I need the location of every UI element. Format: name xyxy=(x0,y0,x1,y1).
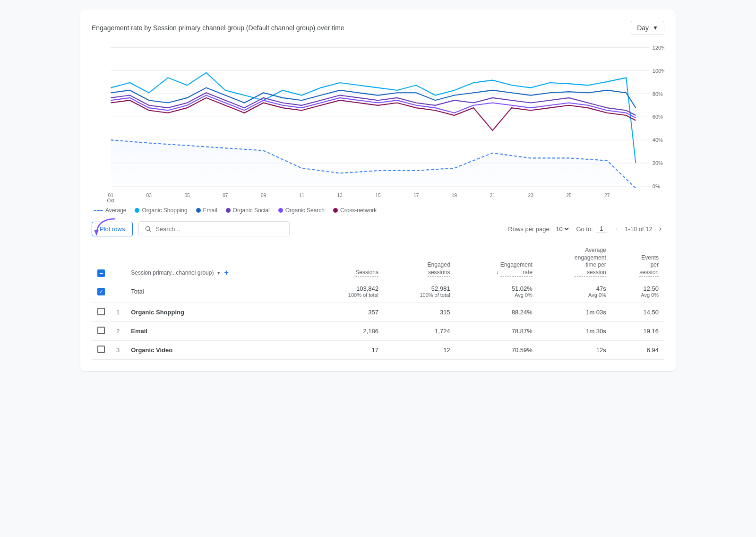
next-page-button[interactable]: › xyxy=(656,224,664,234)
prev-page-button[interactable]: ‹ xyxy=(613,224,621,234)
th-num xyxy=(111,244,125,280)
channel-dropdown-arrow[interactable]: ▾ xyxy=(217,270,220,276)
svg-text:21: 21 xyxy=(490,193,495,198)
svg-text:20%: 20% xyxy=(653,160,663,166)
pagination-controls: Rows per page: 10 25 50 Go to: ‹ 1-10 of… xyxy=(508,224,664,234)
table-header-row: − Session primary...channel group) ▾ + S… xyxy=(92,244,664,280)
legend-organic-social-label: Organic Social xyxy=(233,207,270,214)
row1-name: Organic Shopping xyxy=(131,309,184,316)
row3-avg: 12s xyxy=(538,341,612,360)
total-num-cell xyxy=(111,280,125,303)
page-info: ‹ 1-10 of 12 › xyxy=(613,224,664,234)
go-to-input[interactable] xyxy=(596,225,607,233)
card-header: Engagement rate by Session primary chann… xyxy=(92,21,664,35)
total-label: Total xyxy=(131,288,144,295)
svg-text:03: 03 xyxy=(146,193,152,198)
row1-engagement: 88.24% xyxy=(456,303,538,322)
total-label-cell: Total xyxy=(125,280,312,303)
row1-checkbox-cell xyxy=(92,303,111,322)
email-icon xyxy=(196,208,201,213)
legend-cross-network-label: Cross-network xyxy=(340,207,377,214)
row2-checkbox[interactable] xyxy=(97,327,105,334)
th-events[interactable]: Eventspersession xyxy=(612,244,664,280)
row1-avg: 1m 03s xyxy=(538,303,612,322)
svg-marker-30 xyxy=(94,230,99,235)
row2-name-cell: Email xyxy=(125,322,312,341)
organic-shopping-icon xyxy=(135,208,139,213)
rows-per-page: Rows per page: 10 25 50 xyxy=(508,225,570,233)
select-all-checkbox[interactable]: − xyxy=(97,269,105,277)
total-checkbox[interactable]: ✓ xyxy=(97,288,105,295)
day-dropdown-label: Day xyxy=(637,24,649,32)
svg-text:07: 07 xyxy=(223,193,228,198)
th-checkbox: − xyxy=(92,244,111,280)
row3-engaged: 12 xyxy=(384,341,456,360)
row2-name: Email xyxy=(131,328,147,335)
row1-name-cell: Organic Shopping xyxy=(125,303,312,322)
total-engagement-cell: 51.02% Avg 0% xyxy=(456,280,538,303)
table-row: 3 Organic Video 17 12 70.59% 12s 6.94 xyxy=(92,341,664,360)
row3-num: 3 xyxy=(111,341,125,360)
th-engaged[interactable]: Engagedsessions xyxy=(384,244,456,280)
th-engagement[interactable]: ↓ Engagementrate xyxy=(456,244,538,280)
day-dropdown[interactable]: Day ▼ xyxy=(631,21,664,35)
legend-cross-network: Cross-network xyxy=(333,207,377,214)
toolbar: Plot rows Rows per page: 10 25 50 Go to: xyxy=(92,221,664,236)
svg-text:19: 19 xyxy=(452,193,457,198)
legend-organic-search-label: Organic Search xyxy=(285,207,325,214)
go-to-label: Go to: xyxy=(576,225,593,233)
chart-area: 120% 100% 80% 60% 40% 20% 0% 01 Oct 03 0… xyxy=(92,43,664,203)
sessions-col-label: Sessions xyxy=(355,269,378,277)
row1-sessions: 357 xyxy=(312,303,384,322)
main-card: Engagement rate by Session primary chann… xyxy=(80,9,676,371)
svg-text:120%: 120% xyxy=(653,45,664,51)
row1-checkbox[interactable] xyxy=(97,308,105,315)
total-checkbox-cell: ✓ xyxy=(92,280,111,303)
row2-engaged: 1,724 xyxy=(384,322,456,341)
chart-svg: 120% 100% 80% 60% 40% 20% 0% 01 Oct 03 0… xyxy=(92,43,664,203)
legend-average-label: Average xyxy=(105,207,126,214)
total-engaged-cell: 52,981 100% of total xyxy=(384,280,456,303)
row2-num: 2 xyxy=(111,322,125,341)
svg-text:60%: 60% xyxy=(653,114,663,120)
total-engaged-sub: 100% of total xyxy=(390,292,450,298)
svg-text:15: 15 xyxy=(375,193,380,198)
th-avg-engagement[interactable]: Averageengagementtime persession xyxy=(538,244,612,280)
svg-text:Oct: Oct xyxy=(107,198,115,203)
row3-checkbox[interactable] xyxy=(97,346,105,353)
total-avg-value: 47s xyxy=(544,285,606,292)
total-avg-sub: Avg 0% xyxy=(544,292,606,298)
chart-legend: Average Organic Shopping Email Organic S… xyxy=(92,207,664,214)
svg-text:13: 13 xyxy=(337,193,343,198)
legend-organic-shopping-label: Organic Shopping xyxy=(142,207,187,214)
add-dimension-button[interactable]: + xyxy=(224,268,228,277)
total-engagement-sub: Avg 0% xyxy=(462,292,533,298)
average-icon xyxy=(94,210,103,211)
legend-average: Average xyxy=(94,207,126,214)
data-table: − Session primary...channel group) ▾ + S… xyxy=(92,244,664,360)
search-box xyxy=(138,221,290,236)
total-events-cell: 12.50 Avg 0% xyxy=(612,280,664,303)
total-events-sub: Avg 0% xyxy=(618,292,659,298)
svg-text:0%: 0% xyxy=(653,183,660,189)
total-engagement-value: 51.02% xyxy=(462,285,533,292)
row3-name-cell: Organic Video xyxy=(125,341,312,360)
search-input[interactable] xyxy=(155,225,284,233)
engagement-col-label: Engagementrate xyxy=(500,261,533,277)
channel-header-area: Session primary...channel group) ▾ + xyxy=(131,268,307,277)
row2-sessions: 2,186 xyxy=(312,322,384,341)
row3-name: Organic Video xyxy=(131,346,172,354)
th-sessions[interactable]: Sessions xyxy=(312,244,384,280)
dropdown-arrow-icon: ▼ xyxy=(653,25,658,31)
svg-point-31 xyxy=(146,226,150,231)
table-row: 2 Email 2,186 1,724 78.87% 1m 30s 19.16 xyxy=(92,322,664,341)
rows-per-page-select[interactable]: 10 25 50 xyxy=(554,225,570,233)
svg-text:27: 27 xyxy=(604,193,610,198)
row1-engaged: 315 xyxy=(384,303,456,322)
row3-events: 6.94 xyxy=(612,341,664,360)
total-sessions-cell: 103,842 100% of total xyxy=(312,280,384,303)
legend-organic-social: Organic Social xyxy=(226,207,270,214)
row3-engagement: 70.59% xyxy=(456,341,538,360)
legend-email-label: Email xyxy=(203,207,217,214)
page-range: 1-10 of 12 xyxy=(625,225,653,233)
